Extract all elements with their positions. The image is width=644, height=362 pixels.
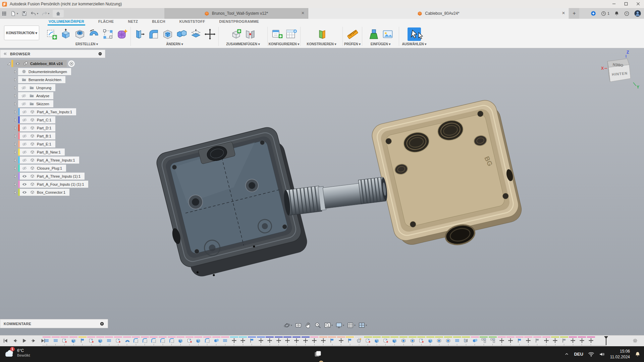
timeline-feature-item[interactable]	[471, 337, 480, 346]
expand-icon[interactable]	[13, 126, 18, 130]
browser-item[interactable]: Ursprung	[18, 84, 55, 91]
timeline-feature-item[interactable]	[310, 337, 319, 346]
pan-button[interactable]	[305, 322, 312, 329]
konfigurieren-group-label[interactable]: KONFIGURIEREN ▾	[269, 42, 300, 46]
visibility-eye-icon[interactable]	[21, 133, 28, 139]
close-button[interactable]	[632, 0, 644, 8]
add-comment-icon[interactable]	[100, 321, 104, 326]
timeline-feature-item[interactable]	[141, 337, 150, 346]
visibility-eye-icon[interactable]	[21, 149, 28, 155]
visibility-eye-icon[interactable]	[21, 85, 27, 90]
timeline-feature-item[interactable]	[355, 337, 364, 346]
measure-tool-button[interactable]	[346, 27, 359, 41]
browser-item[interactable]: Part_A_Four_Inputs (1) (1):1	[18, 181, 88, 188]
timeline-feature-item[interactable]	[42, 337, 51, 346]
comments-panel[interactable]: KOMMENTARE	[0, 319, 108, 328]
browser-tree-row[interactable]: Analyse	[0, 92, 111, 99]
browser-item[interactable]: Part_E:1	[18, 140, 55, 147]
timeline-feature-item[interactable]	[497, 337, 506, 346]
timeline-feature-item[interactable]	[586, 337, 595, 346]
volume-icon[interactable]	[599, 352, 605, 357]
browser-tree-row[interactable]: Part_A_Three_Inputs (1):1	[0, 173, 111, 180]
expand-icon[interactable]	[13, 70, 18, 74]
browser-item[interactable]: Benannte Ansichten	[18, 76, 65, 83]
timeline-feature-item[interactable]	[390, 337, 399, 346]
expand-icon[interactable]	[13, 158, 18, 162]
redo-button[interactable]: ▾	[42, 11, 49, 16]
browser-tree-row[interactable]: Ursprung	[0, 84, 111, 91]
prüfen-group-label[interactable]: PRÜFEN ▾	[344, 42, 361, 46]
expand-icon[interactable]	[13, 78, 18, 82]
ribbon-tab-blech[interactable]: BLECH	[151, 19, 166, 25]
job-status-icon[interactable]: 1	[601, 11, 609, 16]
timeline-feature-item[interactable]	[337, 337, 346, 346]
orbit-button[interactable]: ▾	[283, 322, 292, 329]
browser-item[interactable]: Analyse	[18, 92, 53, 99]
timeline-step-forward-button[interactable]	[31, 338, 37, 344]
collapse-all-icon[interactable]	[98, 52, 102, 56]
timeline-feature-item[interactable]	[479, 337, 488, 346]
timeline-feature-item[interactable]	[283, 337, 292, 346]
timeline-feature-item[interactable]	[524, 337, 533, 346]
create-form-tool-button[interactable]	[115, 27, 129, 41]
clock-widget[interactable]: 15:06 11.02.2024	[610, 349, 630, 359]
timeline-feature-item[interactable]	[542, 337, 551, 346]
shell-tool-button[interactable]	[161, 27, 174, 41]
ribbon-tab-netz[interactable]: NETZ	[127, 19, 139, 25]
new-file-button[interactable]: ▾	[10, 11, 18, 16]
timeline-feature-item[interactable]	[292, 337, 301, 346]
combine-tool-button[interactable]	[175, 27, 189, 41]
timeline-feature-item[interactable]	[506, 337, 515, 346]
timeline-feature-item[interactable]	[221, 337, 230, 346]
timeline-feature-item[interactable]	[114, 337, 123, 346]
timeline-feature-item[interactable]	[417, 337, 426, 346]
timeline-feature-item[interactable]	[149, 337, 158, 346]
timeline-feature-item[interactable]	[381, 337, 390, 346]
timeline-feature-item[interactable]	[345, 337, 355, 346]
timeline-feature-item[interactable]	[274, 337, 283, 346]
timeline-feature-item[interactable]	[105, 337, 114, 346]
timeline-feature-item[interactable]	[301, 337, 310, 346]
pattern-tool-button[interactable]	[101, 27, 115, 41]
timeline-feature-item[interactable]	[363, 337, 372, 346]
expand-icon[interactable]	[13, 134, 18, 138]
timeline-feature-item[interactable]	[203, 337, 212, 346]
expand-icon[interactable]	[13, 182, 18, 186]
expand-icon[interactable]	[13, 86, 18, 90]
browser-item[interactable]: Skizzen	[18, 100, 53, 107]
user-avatar[interactable]	[634, 10, 641, 17]
expand-icon[interactable]	[13, 150, 18, 154]
fillet-tool-button[interactable]	[147, 27, 160, 41]
browser-item[interactable]: Part_A_Three_Inputs (1):1	[18, 173, 85, 180]
joint-tool-button[interactable]	[244, 27, 257, 41]
fit-button[interactable]: ▾	[324, 322, 333, 329]
erstellen-group-label[interactable]: ERSTELLEN ▾	[75, 42, 98, 46]
cablebox-right-body[interactable]: BG	[370, 98, 526, 258]
expand-icon[interactable]	[13, 94, 18, 98]
taskbar-app-teams[interactable]: T1	[311, 360, 324, 362]
workspace-selector[interactable]: KONSTRUKTION ▾	[4, 25, 39, 40]
timeline-feature-item[interactable]	[248, 337, 257, 346]
undo-button[interactable]: ▾	[31, 11, 38, 16]
timeline-feature-item[interactable]	[452, 337, 462, 346]
timeline-play-button[interactable]	[21, 338, 27, 344]
browser-tree-row[interactable]: Benannte Ansichten	[0, 76, 111, 83]
minimize-button[interactable]	[608, 0, 620, 8]
extrude-tool-button[interactable]	[59, 27, 72, 41]
timeline-feature-item[interactable]	[96, 337, 105, 346]
ändern-group-label[interactable]: ÄNDERN ▾	[166, 42, 183, 46]
timeline-feature-item[interactable]	[176, 337, 185, 346]
timeline-feature-item[interactable]	[158, 337, 167, 346]
viewport-3d[interactable]: BG BROWSER Cablebox	[0, 48, 644, 335]
visibility-eye-icon[interactable]	[21, 190, 28, 195]
expand-icon[interactable]	[13, 142, 18, 146]
visibility-eye-icon[interactable]	[21, 117, 28, 123]
new-component-tool-button[interactable]	[229, 27, 243, 41]
timeline-feature-item[interactable]	[408, 337, 417, 346]
look-at-button[interactable]	[295, 322, 302, 329]
configuration-table-tool-button[interactable]	[284, 27, 298, 41]
ribbon-tab-dienstprogramme[interactable]: DIENSTPROGRAMME	[218, 19, 260, 25]
ribbon-tab-volumenkörper[interactable]: VOLUMENKÖRPER	[48, 19, 85, 25]
visibility-eye-icon[interactable]	[21, 101, 27, 107]
notification-bell-icon[interactable]	[635, 351, 641, 357]
